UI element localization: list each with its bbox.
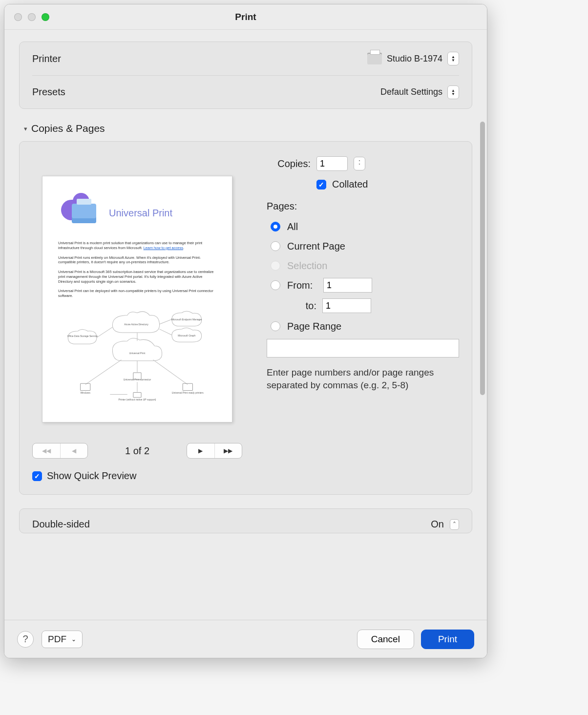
- preview-column: Universal Print Universal Print is a mod…: [32, 156, 242, 482]
- last-page-button[interactable]: ▶▶: [214, 443, 242, 458]
- collated-label: Collated: [332, 179, 368, 190]
- page-preview[interactable]: Universal Print Universal Print is a mod…: [42, 176, 232, 422]
- pages-selection-row: Selection: [271, 256, 459, 275]
- copies-label: Copies:: [267, 158, 311, 169]
- pages-label: Pages:: [267, 201, 459, 212]
- svg-rect-20: [133, 392, 141, 397]
- printer-presets-panel: Printer Studio B-1974 ▲▼ Presets Default…: [19, 42, 472, 109]
- doc-paragraph: Universal Print is a modern print soluti…: [58, 241, 216, 251]
- pages-range-radio[interactable]: [271, 321, 280, 331]
- from-input[interactable]: [323, 278, 372, 293]
- print-dialog-window: Print Printer Studio B-1974 ▲▼ Presets D…: [4, 4, 487, 658]
- copies-row: Copies: ˄˅: [267, 156, 459, 171]
- chevron-up-icon: ˄: [450, 519, 459, 530]
- svg-text:Universal Print ready printers: Universal Print ready printers: [172, 391, 204, 394]
- next-page-button[interactable]: ▶: [187, 443, 214, 458]
- titlebar: Print: [4, 4, 487, 30]
- svg-line-4: [85, 359, 122, 384]
- collated-checkbox[interactable]: ✓: [316, 180, 326, 189]
- dialog-content: Printer Studio B-1974 ▲▼ Presets Default…: [4, 30, 487, 620]
- pdf-label: PDF: [48, 634, 66, 645]
- prev-page-button[interactable]: ◀: [60, 443, 87, 458]
- options-column: Copies: ˄˅ ✓ Collated Pages: All: [267, 156, 459, 482]
- from-label: From:: [287, 280, 316, 291]
- show-quick-preview-checkbox[interactable]: ✓: [32, 471, 42, 481]
- presets-select[interactable]: Default Settings ▲▼: [380, 85, 459, 99]
- svg-rect-18: [81, 383, 90, 390]
- window-title: Print: [4, 12, 487, 22]
- pages-radio-group: All Current Page Selection From:: [267, 217, 459, 336]
- section-title: Copies & Pages: [31, 123, 105, 134]
- pager-fwd-buttons: ▶ ▶▶: [187, 443, 242, 459]
- copies-pages-panel: Universal Print Universal Print is a mod…: [19, 141, 472, 495]
- pdf-dropdown[interactable]: PDF ⌄: [42, 631, 83, 648]
- show-quick-preview-row[interactable]: ✓ Show Quick Preview: [32, 470, 242, 482]
- pages-from-row[interactable]: From:: [271, 275, 459, 295]
- doc-title: Universal Print: [109, 208, 172, 219]
- svg-rect-21: [183, 383, 192, 390]
- collated-row[interactable]: ✓ Collated: [267, 179, 459, 190]
- presets-label: Presets: [32, 86, 65, 98]
- pages-to-row: to:: [287, 295, 459, 316]
- presets-row: Presets Default Settings ▲▼: [32, 75, 459, 108]
- architecture-diagram: Azure Active Directory Microsoft Endpoin…: [58, 307, 216, 407]
- pages-from-radio[interactable]: [271, 280, 280, 290]
- pages-current-row[interactable]: Current Page: [271, 236, 459, 256]
- first-page-button[interactable]: ◀◀: [33, 443, 60, 458]
- presets-value: Default Settings: [380, 87, 442, 97]
- pager-back-buttons: ◀◀ ◀: [32, 443, 88, 459]
- dialog-footer: ? PDF ⌄ Cancel Print: [4, 620, 487, 658]
- double-sided-panel[interactable]: Double-sided On ˄: [19, 508, 472, 533]
- pages-range-row[interactable]: Page Range: [271, 316, 459, 336]
- svg-text:Azure Active Directory: Azure Active Directory: [124, 323, 148, 326]
- svg-line-2: [160, 329, 172, 335]
- universal-print-icon: [58, 196, 102, 230]
- chevron-down-icon: ⌄: [71, 636, 76, 643]
- doc-paragraph: Universal Print runs entirely on Microso…: [58, 255, 216, 265]
- printer-row: Printer Studio B-1974 ▲▼: [32, 42, 459, 75]
- doc-header: Universal Print: [58, 196, 216, 230]
- updown-icon: ▲▼: [447, 52, 459, 65]
- cancel-button[interactable]: Cancel: [357, 630, 414, 649]
- printer-select[interactable]: Studio B-1974 ▲▼: [367, 52, 459, 65]
- printer-label: Printer: [32, 53, 61, 64]
- svg-line-1: [160, 319, 172, 324]
- svg-text:Office Data Storage Service: Office Data Storage Service: [67, 335, 98, 337]
- copies-pages-disclosure[interactable]: ▾ Copies & Pages: [24, 123, 472, 134]
- to-input[interactable]: [322, 298, 371, 313]
- svg-text:Universal Print: Universal Print: [129, 351, 146, 354]
- pages-selection-label: Selection: [287, 260, 327, 272]
- pages-current-label: Current Page: [287, 241, 345, 252]
- pages-current-radio[interactable]: [271, 241, 280, 251]
- print-button[interactable]: Print: [421, 630, 474, 649]
- double-sided-label: Double-sided: [32, 519, 90, 530]
- updown-icon: ▲▼: [447, 85, 459, 99]
- to-label: to:: [287, 300, 316, 312]
- scrollbar[interactable]: [480, 122, 485, 395]
- copies-stepper[interactable]: ˄˅: [354, 157, 365, 170]
- preview-pager: ◀◀ ◀ 1 of 2 ▶ ▶▶: [32, 443, 242, 459]
- double-sided-value: On: [431, 519, 444, 530]
- svg-line-3: [97, 327, 112, 337]
- pages-selection-radio: [271, 261, 280, 271]
- help-button[interactable]: ?: [17, 631, 34, 648]
- printer-value: Studio B-1974: [387, 54, 442, 64]
- doc-paragraph: Universal Print can be deployed with non…: [58, 289, 216, 298]
- pages-all-label: All: [287, 221, 298, 232]
- pages-range-label: Page Range: [287, 321, 341, 332]
- learn-link: Learn how to get access: [144, 246, 183, 250]
- svg-text:Microsoft Endpoint Manager: Microsoft Endpoint Manager: [171, 317, 202, 320]
- show-quick-preview-label: Show Quick Preview: [47, 470, 136, 482]
- printer-icon: [367, 53, 382, 64]
- page-range-hint: Enter page numbers and/or page ranges se…: [267, 366, 459, 391]
- svg-text:Microsoft Graph: Microsoft Graph: [178, 334, 195, 337]
- chevron-down-icon: ▾: [24, 125, 27, 132]
- pages-all-radio[interactable]: [271, 222, 280, 231]
- doc-paragraph: Universal Print is a Microsoft 365 subsc…: [58, 270, 216, 284]
- pages-all-row[interactable]: All: [271, 217, 459, 236]
- copies-input[interactable]: [316, 156, 348, 171]
- svg-text:Windows: Windows: [80, 391, 90, 394]
- page-range-input[interactable]: [267, 339, 459, 358]
- svg-line-6: [153, 359, 188, 384]
- svg-text:Printer (without native UP sup: Printer (without native UP support): [118, 398, 156, 400]
